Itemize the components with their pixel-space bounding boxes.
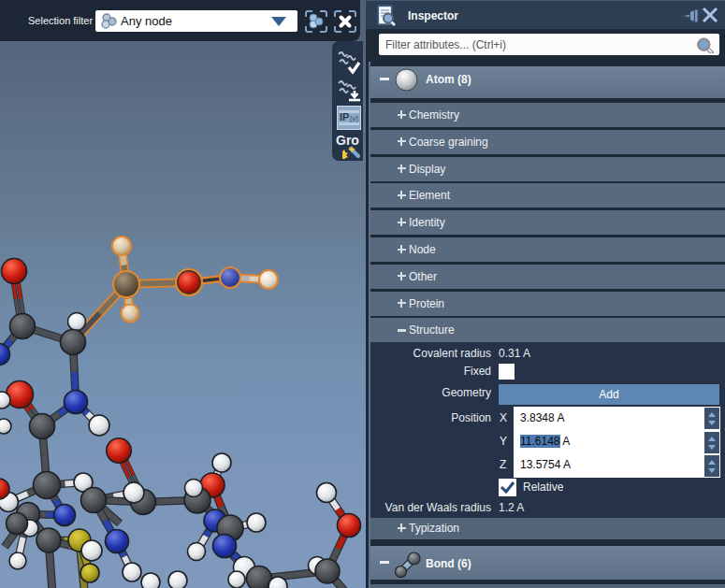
svg-text:[y]:: [y]:: [350, 114, 360, 122]
svg-text:Gro: Gro: [336, 133, 359, 148]
svg-text:IP: IP: [340, 111, 349, 122]
